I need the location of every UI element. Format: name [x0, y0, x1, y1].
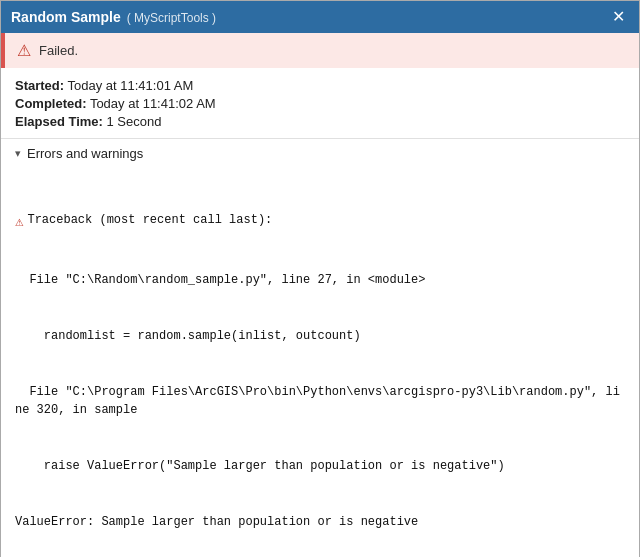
error-line-6: ValueError: Sample larger than populatio… — [15, 513, 625, 532]
status-text: Failed. — [39, 43, 78, 58]
errors-chevron: ▾ — [15, 147, 21, 160]
error-text-1: Traceback (most recent call last): — [27, 211, 625, 230]
info-section: Started: Today at 11:41:01 AM Completed:… — [1, 68, 639, 138]
dialog-title: Random Sample — [11, 9, 121, 25]
elapsed-row: Elapsed Time: 1 Second — [15, 114, 625, 129]
error-icon-1: ⚠ — [15, 212, 23, 234]
close-button[interactable]: ✕ — [608, 7, 629, 27]
errors-section-label: Errors and warnings — [27, 146, 143, 161]
error-line-2: File "C:\Random\random_sample.py", line … — [15, 271, 625, 290]
started-value: Today at 11:41:01 AM — [68, 78, 194, 93]
errors-section-header[interactable]: ▾ Errors and warnings — [1, 139, 639, 168]
status-bar: ⚠ Failed. — [1, 33, 639, 68]
started-label: Started: — [15, 78, 64, 93]
titlebar: Random Sample ( MyScriptTools ) ✕ — [1, 1, 639, 33]
titlebar-left: Random Sample ( MyScriptTools ) — [11, 9, 216, 25]
completed-value: Today at 11:41:02 AM — [90, 96, 216, 111]
elapsed-value: 1 Second — [107, 114, 162, 129]
dialog-window: Random Sample ( MyScriptTools ) ✕ ⚠ Fail… — [0, 0, 640, 557]
errors-section: ▾ Errors and warnings ⚠ Traceback (most … — [1, 138, 639, 557]
errors-body: ⚠ Traceback (most recent call last): Fil… — [1, 168, 639, 557]
completed-label: Completed: — [15, 96, 87, 111]
completed-row: Completed: Today at 11:41:02 AM — [15, 96, 625, 111]
dialog-subtitle: ( MyScriptTools ) — [127, 11, 216, 25]
error-line-5: raise ValueError("Sample larger than pop… — [15, 457, 625, 476]
elapsed-label: Elapsed Time: — [15, 114, 103, 129]
started-row: Started: Today at 11:41:01 AM — [15, 78, 625, 93]
error-line-3: randomlist = random.sample(inlist, outco… — [15, 327, 625, 346]
error-line-4: File "C:\Program Files\ArcGIS\Pro\bin\Py… — [15, 383, 625, 420]
error-line-1: ⚠ Traceback (most recent call last): — [15, 211, 625, 234]
fail-icon: ⚠ — [17, 41, 31, 60]
